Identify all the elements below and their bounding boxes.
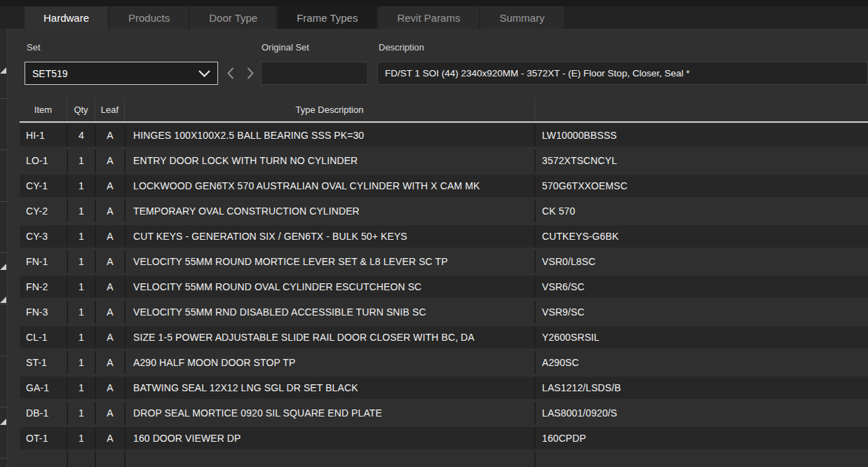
leaf-cell: A bbox=[95, 301, 124, 323]
original-set-label: Original Set bbox=[262, 42, 309, 53]
table-row[interactable]: HI-1 4 A HINGES 100X100X2.5 BALL BEARING… bbox=[20, 124, 868, 147]
tab-label: Revit Params bbox=[397, 12, 460, 24]
product-code-cell: 3572XTSCNCYL bbox=[534, 149, 868, 172]
item-cell: GA-1 bbox=[20, 377, 67, 399]
tab-frame-types[interactable]: Frame Types bbox=[278, 6, 377, 29]
rail-divider bbox=[0, 98, 7, 99]
table-rows: HI-1 4 A HINGES 100X100X2.5 BALL BEARING… bbox=[20, 124, 868, 449]
leaf-cell: A bbox=[95, 377, 124, 399]
tab-label: Hardware bbox=[43, 12, 89, 24]
tab-summary[interactable]: Summary bbox=[480, 6, 563, 29]
item-cell: CL-1 bbox=[20, 326, 67, 348]
next-set-button[interactable] bbox=[241, 62, 259, 85]
product-code-cell: 570G6TXXOEMSC bbox=[534, 175, 868, 197]
table-body: HI-1 4 A HINGES 100X100X2.5 BALL BEARING… bbox=[20, 124, 868, 467]
table-row[interactable]: OT-1 1 A 160 DOOR VIEWER DP 160CPDP bbox=[20, 427, 868, 449]
type-description-cell: VELOCITY 55MM RND DISABLED ACCESSIBLE TU… bbox=[124, 301, 534, 323]
table-row[interactable]: CY-1 1 A LOCKWOOD GEN6TX 570 AUSTRALIAN … bbox=[20, 175, 868, 197]
type-description-cell: VELOCITY 55MM ROUND MORTICE LEVER SET & … bbox=[124, 250, 534, 273]
original-set-input[interactable] bbox=[261, 62, 368, 85]
item-cell: CY-1 bbox=[20, 175, 67, 197]
rail-divider bbox=[0, 458, 7, 459]
item-cell: FN-2 bbox=[20, 276, 67, 298]
corner-triangle-icon bbox=[0, 419, 6, 425]
tab-label: Door Type bbox=[209, 12, 257, 24]
leaf-cell: A bbox=[95, 427, 124, 449]
leaf-cell: A bbox=[95, 175, 124, 197]
product-code-cell: CK 570 bbox=[534, 200, 868, 222]
table-row[interactable]: CY-2 1 A TEMPORARY OVAL CONSTRUCTION CYL… bbox=[20, 200, 868, 222]
description-label: Description bbox=[379, 42, 424, 53]
type-description-cell: DROP SEAL MORTICE 0920 SIL SQUARE END PL… bbox=[124, 402, 534, 424]
qty-cell: 1 bbox=[67, 149, 95, 172]
tab-revit-params[interactable]: Revit Params bbox=[378, 6, 479, 29]
leaf-cell: A bbox=[95, 276, 124, 298]
table-row[interactable]: ST-1 1 A A290 HALF MOON DOOR STOP TP A29… bbox=[20, 351, 868, 374]
chevron-left-icon bbox=[227, 67, 234, 79]
item-cell: HI-1 bbox=[20, 124, 67, 147]
table-row[interactable]: FN-1 1 A VELOCITY 55MM ROUND MORTICE LEV… bbox=[20, 250, 868, 273]
set-combobox[interactable]: SET519 bbox=[25, 62, 218, 85]
qty-cell: 1 bbox=[67, 276, 95, 298]
tab-door-type[interactable]: Door Type bbox=[190, 6, 276, 29]
corner-triangle-icon bbox=[0, 67, 6, 74]
table-row[interactable]: LO-1 1 A ENTRY DOOR LOCK WITH TURN NO CY… bbox=[20, 149, 868, 172]
window-top-bar bbox=[0, 0, 868, 6]
left-rail bbox=[0, 29, 8, 467]
tab-strip-spacer bbox=[0, 6, 25, 29]
previous-set-button[interactable] bbox=[222, 62, 240, 85]
table-row-empty[interactable] bbox=[20, 452, 868, 467]
type-description-cell: CUT KEYS - GENERATION SIX / GEN6TX - BUL… bbox=[124, 225, 534, 248]
leaf-cell: A bbox=[95, 351, 124, 374]
qty-cell: 1 bbox=[67, 326, 95, 348]
corner-triangle-icon bbox=[0, 297, 6, 303]
column-header-qty: Qty bbox=[67, 98, 95, 121]
tab-products[interactable]: Products bbox=[109, 6, 189, 29]
leaf-cell: A bbox=[95, 225, 124, 248]
rail-divider bbox=[0, 407, 7, 407]
table-row[interactable]: FN-3 1 A VELOCITY 55MM RND DISABLED ACCE… bbox=[20, 301, 868, 323]
type-description-cell: LOCKWOOD GEN6TX 570 AUSTRALIAN OVAL CYLI… bbox=[124, 175, 534, 197]
tab-strip: Hardware Products Door Type Frame Types … bbox=[0, 6, 868, 29]
description-field[interactable]: FD/ST 1 SOI (44) 2340x920MM - 3572XT - (… bbox=[377, 62, 868, 85]
product-code-cell: CUTKEYS-G6BK bbox=[534, 225, 868, 248]
table-row[interactable]: GA-1 1 A BATWING SEAL 12X12 LNG SGL DR S… bbox=[20, 377, 868, 399]
qty-cell: 1 bbox=[67, 175, 95, 197]
leaf-cell: A bbox=[95, 149, 124, 172]
table-row[interactable]: FN-2 1 A VELOCITY 55MM ROUND OVAL CYLIND… bbox=[20, 276, 868, 298]
set-label: Set bbox=[27, 42, 41, 53]
item-cell: CY-3 bbox=[20, 225, 67, 248]
leaf-cell: A bbox=[95, 250, 124, 273]
tab-label: Products bbox=[128, 12, 170, 24]
qty-cell: 1 bbox=[67, 377, 95, 399]
item-cell: ST-1 bbox=[20, 351, 67, 374]
type-description-cell: VELOCITY 55MM ROUND OVAL CYLINDER ESCUTC… bbox=[124, 276, 534, 298]
product-code-cell: 160CPDP bbox=[534, 427, 868, 449]
product-code-cell: VSR0/L8SC bbox=[534, 250, 868, 273]
column-header-leaf: Leaf bbox=[95, 98, 124, 121]
chevron-right-icon bbox=[247, 67, 254, 79]
type-description-cell: 160 DOOR VIEWER DP bbox=[124, 427, 534, 449]
product-code-cell: VSR9/SC bbox=[534, 301, 868, 323]
tab-hardware[interactable]: Hardware bbox=[25, 6, 108, 29]
table-row[interactable]: CY-3 1 A CUT KEYS - GENERATION SIX / GEN… bbox=[20, 225, 868, 248]
rail-divider bbox=[0, 252, 7, 253]
item-cell: DB-1 bbox=[20, 402, 67, 424]
table-row[interactable]: DB-1 1 A DROP SEAL MORTICE 0920 SIL SQUA… bbox=[20, 402, 868, 424]
table-header-row: Item Qty Leaf Type Description bbox=[20, 98, 868, 123]
table-row[interactable]: CL-1 1 A SIZE 1-5 POWER ADJUSTABLE SLIDE… bbox=[20, 326, 868, 348]
qty-cell: 1 bbox=[67, 427, 95, 449]
leaf-cell: A bbox=[95, 326, 124, 348]
type-description-cell: ENTRY DOOR LOCK WITH TURN NO CYLINDER bbox=[124, 149, 534, 172]
product-code-cell: LAS8001/0920/S bbox=[534, 402, 868, 424]
rail-divider bbox=[0, 149, 7, 150]
corner-triangle-icon bbox=[0, 264, 6, 270]
qty-cell: 1 bbox=[67, 225, 95, 248]
column-header-item: Item bbox=[20, 98, 67, 121]
product-code-cell: A290SC bbox=[534, 351, 868, 374]
rail-divider bbox=[0, 201, 7, 202]
type-description-cell: HINGES 100X100X2.5 BALL BEARING SSS PK=3… bbox=[124, 124, 534, 147]
rail-divider bbox=[0, 304, 7, 304]
leaf-cell: A bbox=[95, 200, 124, 222]
product-code-cell: VSR6/SC bbox=[534, 276, 868, 298]
